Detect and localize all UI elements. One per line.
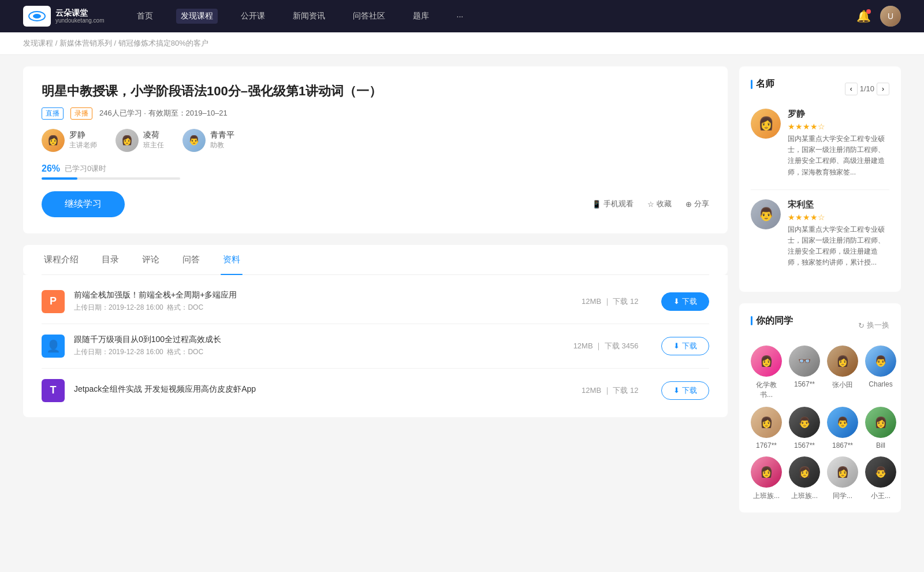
sidebar: 名师 ‹ 1/10 › 👩 罗静 ★★★★☆ 国内某重点大学安全工程专业硕士，国… bbox=[739, 66, 901, 524]
bell-icon[interactable]: 🔔 bbox=[856, 9, 871, 23]
student-5-name: 1567** bbox=[794, 441, 815, 450]
resource-size-1: 12MB ｜ 下载 3456 bbox=[573, 341, 639, 351]
teacher-next-button[interactable]: › bbox=[877, 83, 889, 95]
nav-item-discover[interactable]: 发现课程 bbox=[176, 9, 218, 24]
nav-item-more[interactable]: ··· bbox=[452, 9, 468, 23]
teacher-0-role: 主讲老师 bbox=[69, 140, 97, 150]
student-4-avatar: 👩 bbox=[751, 407, 782, 438]
tabs: 课程介绍 目录 评论 问答 资料 bbox=[42, 245, 709, 275]
course-actions: 继续学习 📱 手机观看 ☆ 收藏 ⊕ 分享 bbox=[42, 191, 709, 217]
famous-teachers-header: 名师 ‹ 1/10 › bbox=[751, 78, 889, 99]
student-8: 👩 上班族... bbox=[751, 456, 782, 501]
user-avatar[interactable]: U bbox=[880, 6, 901, 27]
resource-item-1: 👤 跟随千万级项目从0到100全过程高效成长 上传日期：2019-12-28 1… bbox=[42, 324, 709, 369]
mobile-view-link[interactable]: 📱 手机观看 bbox=[592, 199, 634, 209]
student-6-avatar: 👨 bbox=[827, 407, 858, 438]
teacher-page: 1/10 bbox=[860, 84, 874, 93]
download-button-2[interactable]: ⬇ 下载 bbox=[661, 381, 709, 400]
breadcrumb: 发现课程 / 新媒体营销系列 / 销冠修炼术搞定80%的客户 bbox=[0, 32, 924, 55]
student-10: 👩 同学... bbox=[827, 456, 858, 501]
resource-item-0: P 前端全栈加强版！前端全栈+全周期+多端应用 上传日期：2019-12-28 … bbox=[42, 280, 709, 324]
collect-link[interactable]: ☆ 收藏 bbox=[647, 199, 672, 209]
teacher-pagination: ‹ 1/10 › bbox=[845, 83, 889, 95]
nav-item-home[interactable]: 首页 bbox=[132, 9, 158, 24]
teachers-list: 👩 罗静 主讲老师 👩 凌荷 班主任 bbox=[42, 129, 709, 152]
resource-icon-2: T bbox=[42, 379, 65, 402]
famous-teacher-1-info: 宋利坚 ★★★★☆ 国内某重点大学安全工程专业硕士，国家一级注册消防工程师、注册… bbox=[788, 199, 889, 269]
teacher-1-avatar: 👩 bbox=[116, 129, 139, 152]
tab-review[interactable]: 评论 bbox=[140, 245, 162, 274]
famous-teacher-0: 👩 罗静 ★★★★☆ 国内某重点大学安全工程专业硕士，国家一级注册消防工程师、注… bbox=[751, 109, 889, 178]
famous-teacher-1-name: 宋利坚 bbox=[788, 199, 889, 210]
student-5: 👨 1567** bbox=[789, 407, 820, 450]
notification-dot bbox=[866, 9, 871, 14]
famous-teacher-1-avatar: 👨 bbox=[751, 199, 781, 229]
progress-bar-fill bbox=[42, 177, 77, 180]
resource-list: P 前端全栈加强版！前端全栈+全周期+多端应用 上传日期：2019-12-28 … bbox=[23, 275, 728, 417]
course-stats: 246人已学习 · 有效期至：2019–10–21 bbox=[99, 108, 228, 118]
nav-item-qa[interactable]: 问答社区 bbox=[348, 9, 390, 24]
famous-teacher-1-stars: ★★★★☆ bbox=[788, 213, 889, 222]
resource-info-1: 跟随千万级项目从0到100全过程高效成长 上传日期：2019-12-28 16:… bbox=[74, 335, 564, 357]
breadcrumb-series[interactable]: 新媒体营销系列 bbox=[59, 39, 112, 47]
teacher-0: 👩 罗静 主讲老师 bbox=[42, 129, 97, 152]
share-label: 分享 bbox=[694, 199, 709, 209]
tab-intro[interactable]: 课程介绍 bbox=[42, 245, 81, 274]
teacher-1-role: 班主任 bbox=[143, 140, 164, 150]
student-10-avatar: 👩 bbox=[827, 456, 858, 488]
tab-qa[interactable]: 问答 bbox=[180, 245, 202, 274]
student-3-name: Charles bbox=[869, 380, 892, 388]
students-title: 你的同学 bbox=[751, 315, 793, 327]
mobile-label: 手机观看 bbox=[603, 199, 634, 209]
famous-teachers-title: 名师 bbox=[751, 78, 774, 90]
resource-info-0: 前端全栈加强版！前端全栈+全周期+多端应用 上传日期：2019-12-28 16… bbox=[74, 290, 572, 313]
logo-text: 云朵课堂 yundouketang.com bbox=[55, 8, 105, 25]
main-layout: 明星中教授课，小学阶段语法100分–强化级第1讲动词（一） 直播 录播 246人… bbox=[0, 55, 924, 536]
student-9-avatar: 👩 bbox=[789, 456, 820, 488]
student-4-name: 1767** bbox=[756, 441, 777, 450]
teacher-2-info: 青青平 助教 bbox=[210, 130, 234, 150]
resource-item-2: T Jetpack全组件实战 开发短视频应用高仿皮皮虾App 12MB ｜ 下载… bbox=[42, 369, 709, 413]
student-11-name: 小王... bbox=[871, 491, 891, 501]
teacher-2-role: 助教 bbox=[210, 140, 234, 150]
student-2: 👩 张小田 bbox=[827, 346, 858, 400]
nav-item-open[interactable]: 公开课 bbox=[236, 9, 270, 24]
navbar: 云朵课堂 yundouketang.com 首页 发现课程 公开课 新闻资讯 问… bbox=[0, 0, 924, 32]
students-card: 你的同学 ↻ 换一换 👩 化学教书... 👓 1567** bbox=[739, 303, 901, 512]
student-1-avatar: 👓 bbox=[789, 346, 820, 377]
resource-name-2: Jetpack全组件实战 开发短视频应用高仿皮皮虾App bbox=[74, 384, 572, 395]
download-button-1[interactable]: ⬇ 下载 bbox=[661, 337, 709, 355]
student-7-name: Bill bbox=[876, 441, 885, 450]
logo[interactable]: 云朵课堂 yundouketang.com bbox=[23, 6, 105, 27]
famous-teacher-0-stars: ★★★★☆ bbox=[788, 122, 889, 131]
breadcrumb-discover[interactable]: 发现课程 bbox=[23, 39, 53, 47]
download-button-0[interactable]: ⬇ 下载 bbox=[661, 292, 709, 311]
course-header-card: 明星中教授课，小学阶段语法100分–强化级第1讲动词（一） 直播 录播 246人… bbox=[23, 66, 728, 233]
progress-sub: 已学习0课时 bbox=[65, 164, 106, 174]
nav-item-quiz[interactable]: 题库 bbox=[408, 9, 434, 24]
teacher-2-avatar: 👨 bbox=[182, 129, 206, 152]
student-1-name: 1567** bbox=[794, 380, 815, 388]
famous-teacher-0-name: 罗静 bbox=[788, 109, 889, 120]
continue-learning-button[interactable]: 继续学习 bbox=[42, 191, 125, 217]
nav-icons: 🔔 U bbox=[856, 6, 901, 27]
tab-catalog[interactable]: 目录 bbox=[99, 245, 121, 274]
mobile-icon: 📱 bbox=[592, 200, 601, 209]
teacher-prev-button[interactable]: ‹ bbox=[845, 83, 858, 95]
main-content: 明星中教授课，小学阶段语法100分–强化级第1讲动词（一） 直播 录播 246人… bbox=[23, 66, 728, 524]
logo-icon bbox=[23, 6, 51, 27]
student-10-name: 同学... bbox=[833, 491, 852, 501]
refresh-link[interactable]: ↻ 换一换 bbox=[858, 320, 889, 330]
tab-resources[interactable]: 资料 bbox=[221, 245, 243, 274]
nav-item-news[interactable]: 新闻资讯 bbox=[288, 9, 330, 24]
student-6: 👨 1867** bbox=[827, 407, 858, 450]
share-link[interactable]: ⊕ 分享 bbox=[685, 199, 709, 209]
resource-meta-0: 上传日期：2019-12-28 16:00 格式：DOC bbox=[74, 303, 572, 313]
refresh-label: 换一换 bbox=[867, 320, 889, 330]
student-9-name: 上班族... bbox=[791, 491, 818, 501]
resource-icon-0: P bbox=[42, 290, 65, 313]
teacher-1: 👩 凌荷 班主任 bbox=[116, 129, 164, 152]
student-11-avatar: 👨 bbox=[865, 456, 896, 488]
refresh-icon: ↻ bbox=[858, 321, 865, 330]
student-2-avatar: 👩 bbox=[827, 346, 858, 377]
